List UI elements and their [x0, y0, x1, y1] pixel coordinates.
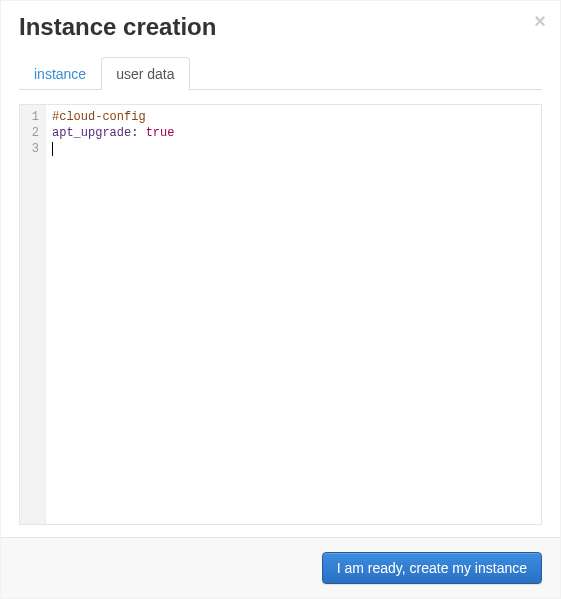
- code-token: true: [146, 126, 175, 140]
- code-token: apt_upgrade: [52, 126, 131, 140]
- gutter-line: 2: [28, 125, 39, 141]
- code-editor[interactable]: 123 #cloud-configapt_upgrade: true: [19, 104, 542, 525]
- editor-content[interactable]: #cloud-configapt_upgrade: true: [46, 105, 541, 524]
- editor-gutter: 123: [20, 105, 46, 524]
- tab-instance[interactable]: instance: [19, 57, 101, 90]
- modal-title: Instance creation: [19, 13, 542, 41]
- code-token: :: [131, 126, 145, 140]
- modal-footer: I am ready, create my instance: [1, 537, 560, 598]
- close-button[interactable]: ×: [534, 11, 546, 31]
- code-line[interactable]: apt_upgrade: true: [52, 125, 535, 141]
- code-line[interactable]: [52, 141, 535, 157]
- modal-header: Instance creation ×: [1, 1, 560, 51]
- editor-cursor: [52, 142, 53, 156]
- create-instance-button[interactable]: I am ready, create my instance: [322, 552, 542, 584]
- code-line[interactable]: #cloud-config: [52, 109, 535, 125]
- gutter-line: 1: [28, 109, 39, 125]
- tab-bar: instance user data: [19, 57, 542, 90]
- gutter-line: 3: [28, 141, 39, 157]
- instance-creation-modal: Instance creation × instance user data 1…: [0, 0, 561, 599]
- code-token: #cloud-config: [52, 110, 146, 124]
- modal-body: instance user data 123 #cloud-configapt_…: [1, 51, 560, 537]
- tab-user-data[interactable]: user data: [101, 57, 189, 90]
